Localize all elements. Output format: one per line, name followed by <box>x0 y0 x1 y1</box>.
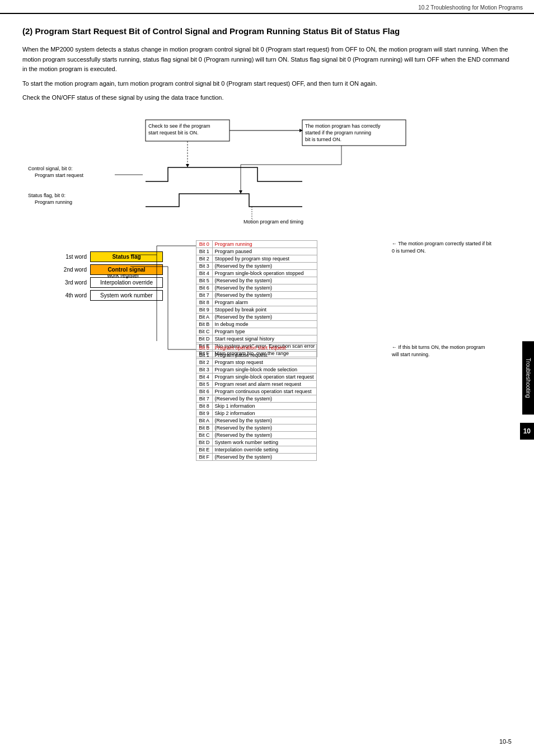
control-bits-table: Bit 0Program operation start requestBit … <box>196 344 317 461</box>
svg-text:Program start request: Program start request <box>35 172 84 178</box>
svg-text:bit is turned ON.: bit is turned ON. <box>305 137 341 142</box>
diagram-area: Check to see if the program start reques… <box>22 114 512 573</box>
control-bit-row: Bit 4Program single-block operation star… <box>196 373 317 380</box>
control-bit-row: Bit EInterpolation override setting <box>196 446 317 453</box>
word-label-3: 3rd word <box>56 279 87 286</box>
svg-marker-14 <box>186 164 189 167</box>
section-title: (2) Program Start Request Bit of Control… <box>22 25 512 37</box>
word-label-2: 2nd word <box>56 267 87 273</box>
control-bit-row: Bit 2Program stop request <box>196 358 317 366</box>
word-box-4: System work number <box>90 290 163 301</box>
control-bit-row: Bit 6Program continuous operation start … <box>196 388 317 395</box>
status-bit-row: Bit 2Stopped by program stop request <box>196 255 317 262</box>
word-row-4: 4th word System work number <box>56 290 163 301</box>
section-body: When the MP2000 system detects a status … <box>22 45 512 103</box>
svg-text:Status flag, bit 0:: Status flag, bit 0: <box>28 193 65 198</box>
control-bit-row: Bit 9Skip 2 information <box>196 409 317 417</box>
control-bit-row: Bit 0Program operation start request <box>196 344 317 351</box>
chapter-tab: 10 <box>520 423 534 440</box>
status-bit-row: Bit 4Program single-block operation stop… <box>196 269 317 277</box>
status-bits-table: Bit 0Program runningBit 1Program pausedB… <box>196 240 317 357</box>
page-header: 10.2 Troubleshooting for Motion Programs <box>0 0 534 14</box>
svg-text:Check to see if the program: Check to see if the program <box>148 123 210 129</box>
svg-text:start request bit is ON.: start request bit is ON. <box>148 130 199 136</box>
svg-text:Motion program end timing: Motion program end timing <box>243 219 303 225</box>
status-bit-row: Bit 9Stopped by break point <box>196 306 317 313</box>
word-row-1: 1st word Status flag <box>56 251 163 262</box>
word-label-4: 4th word <box>56 292 87 298</box>
paragraph-2: To start the motion program again, turn … <box>22 79 512 89</box>
page-content: (2) Program Start Request Bit of Control… <box>0 14 534 585</box>
svg-text:Control signal, bit 0:: Control signal, bit 0: <box>28 166 73 171</box>
word-box-2: Control signal <box>90 264 163 275</box>
control-signal-bit-table: Bit 0Program operation start requestBit … <box>196 344 317 461</box>
words-column: 1st word Status flag 2nd word Control si… <box>56 251 163 303</box>
paragraph-1: When the MP2000 system detects a status … <box>22 45 512 74</box>
note-status-right: ← The motion program correctly started i… <box>392 240 493 254</box>
svg-text:started if the program running: started if the program running <box>305 130 371 136</box>
control-bit-row: Bit 7(Reserved by the system) <box>196 395 317 402</box>
control-bit-row: Bit DSystem work number setting <box>196 438 317 446</box>
status-bit-row: Bit BIn debug mode <box>196 320 317 328</box>
control-bit-row: Bit 3Program single-block mode selection <box>196 366 317 373</box>
control-bit-row: Bit F(Reserved by the system) <box>196 453 317 460</box>
status-flag-bit-table: Bit 0Program runningBit 1Program pausedB… <box>196 240 317 357</box>
side-tab: Troubleshooting <box>522 341 534 414</box>
word-row-3: 3rd word Interpolation override <box>56 277 163 288</box>
status-bit-row: Bit 1Program paused <box>196 248 317 255</box>
page-number: 10-5 <box>499 738 512 745</box>
control-bit-row: Bit C(Reserved by the system) <box>196 431 317 438</box>
control-bit-row: Bit A(Reserved by the system) <box>196 417 317 424</box>
status-bit-row: Bit 8Program alarm <box>196 298 317 306</box>
svg-text:The motion program has correct: The motion program has correctly <box>305 123 381 129</box>
control-bit-row: Bit 8Skip 1 information <box>196 402 317 409</box>
status-bit-row: Bit DStart request signal history <box>196 335 317 342</box>
note-control-right: ← If this bit turns ON, the motion progr… <box>392 344 493 358</box>
status-bit-row: Bit 3(Reserved by the system) <box>196 262 317 269</box>
status-bit-row: Bit 7(Reserved by the system) <box>196 291 317 298</box>
control-bit-row: Bit 5Program reset and alarm reset reque… <box>196 380 317 388</box>
status-bit-row: Bit 6(Reserved by the system) <box>196 284 317 291</box>
svg-marker-18 <box>239 190 242 194</box>
word-row-2: 2nd word Control signal <box>56 264 163 275</box>
status-bit-row: Bit 5(Reserved by the system) <box>196 277 317 284</box>
paragraph-3: Check the ON/OFF status of these signal … <box>22 93 512 103</box>
word-box-3: Interpolation override <box>90 277 163 288</box>
control-bit-row: Bit 1Program pause request <box>196 351 317 358</box>
status-bit-row: Bit A(Reserved by the system) <box>196 313 317 320</box>
word-label-1: 1st word <box>56 254 87 260</box>
status-bit-row: Bit CProgram type <box>196 328 317 335</box>
svg-text:Program running: Program running <box>35 199 72 205</box>
control-bit-row: Bit B(Reserved by the system) <box>196 424 317 431</box>
status-bit-row: Bit 0Program running <box>196 240 317 248</box>
waveform-diagram: Check to see if the program start reques… <box>22 114 509 243</box>
header-title: 10.2 Troubleshooting for Motion Programs <box>418 4 523 11</box>
word-box-1: Status flag <box>90 251 163 262</box>
